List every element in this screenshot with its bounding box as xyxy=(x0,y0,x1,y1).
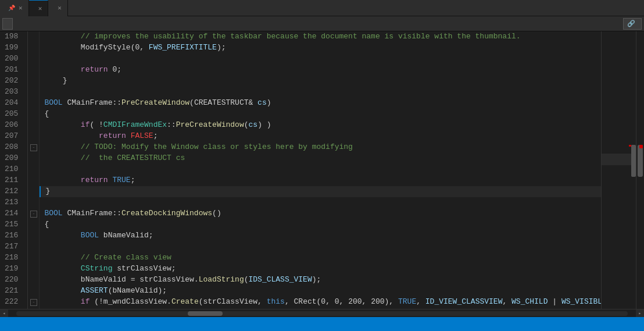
code-line: BOOL bNameValid; xyxy=(40,230,601,241)
code-line: // Create class view xyxy=(40,252,601,264)
gutter-cell xyxy=(28,120,39,131)
editor-container: 1981992002012022032042052062072082092102… xyxy=(0,31,644,317)
gutter-cell xyxy=(28,109,39,120)
tab-mainfrm-cpp[interactable]: 📌 ✕ xyxy=(0,0,29,16)
code-line: bNameValid = strClassView.LoadString(IDS… xyxy=(40,275,601,286)
tab-close[interactable]: ✕ xyxy=(19,4,23,12)
code-line xyxy=(40,87,601,98)
gutter-cell xyxy=(28,76,39,87)
gutter-cell xyxy=(28,286,39,297)
line-number: 213 xyxy=(5,197,23,208)
line-number: 205 xyxy=(5,109,23,120)
line-number: 218 xyxy=(5,252,23,264)
code-line: if( !CMDIFrameWndEx::PreCreateWindow(cs)… xyxy=(40,120,601,131)
code-line xyxy=(40,54,601,65)
gutter: --- xyxy=(28,31,40,317)
code-line: } xyxy=(40,186,601,197)
line-number: 202 xyxy=(5,76,23,87)
gutter-cell xyxy=(28,241,39,252)
h-scrollbar-track[interactable] xyxy=(16,311,628,316)
minimap xyxy=(601,31,636,317)
gutter-cell xyxy=(28,153,39,164)
code-line xyxy=(40,164,601,175)
gutter-cell: - xyxy=(28,142,39,153)
code-line: CString strClassView; xyxy=(40,264,601,275)
code-line xyxy=(40,241,601,252)
gutter-cell xyxy=(28,42,39,54)
line-number: 216 xyxy=(5,230,23,241)
h-scroll-left-btn[interactable]: ◂ xyxy=(0,309,8,318)
gutter-cell xyxy=(28,275,39,286)
vertical-scrollbar[interactable] xyxy=(636,31,644,317)
line-number: 209 xyxy=(5,153,23,164)
tab-mainfrm-h[interactable]: ✕ xyxy=(29,0,49,16)
code-line: ASSERT(bNameValid); xyxy=(40,286,601,297)
line-number: 222 xyxy=(5,297,23,308)
h-scrollbar-thumb[interactable] xyxy=(188,311,223,316)
line-number: 211 xyxy=(5,175,23,186)
code-line: ModifyStyle(0, FWS_PREFIXTITLE); xyxy=(40,42,601,54)
status-bar xyxy=(0,317,644,331)
gutter-cell xyxy=(28,131,39,142)
line-number: 212 xyxy=(5,186,23,197)
tab-close[interactable]: ✕ xyxy=(38,5,42,12)
code-line xyxy=(40,197,601,208)
line-number: 198 xyxy=(5,31,23,42)
code-line: return 0; xyxy=(40,65,601,76)
line-numbers: 1981992002012022032042052062072082092102… xyxy=(0,31,28,317)
gutter-cell xyxy=(28,264,39,275)
line-number: 207 xyxy=(5,131,23,142)
code-line: BOOL CMainFrame::PreCreateWindow(CREATES… xyxy=(40,98,601,109)
scrollbar-thumb[interactable] xyxy=(638,145,643,177)
tab-bar: 📌 ✕ ✕ ✕ xyxy=(0,0,644,16)
line-number: 220 xyxy=(5,275,23,286)
gutter-cell: - xyxy=(28,297,39,308)
code-line: // improves the usability of the taskbar… xyxy=(40,31,601,42)
line-number: 215 xyxy=(5,219,23,230)
code-content[interactable]: // improves the usability of the taskbar… xyxy=(40,31,601,317)
pin-icon: 📌 xyxy=(8,5,15,12)
red-marker xyxy=(639,145,643,148)
horizontal-scrollbar[interactable]: ◂ ▸ xyxy=(0,309,644,317)
line-number: 201 xyxy=(5,65,23,76)
code-line: // TODO: Modify the Window class or styl… xyxy=(40,142,601,153)
line-number: 219 xyxy=(5,264,23,275)
code-line: return FALSE; xyxy=(40,131,601,142)
line-number: 217 xyxy=(5,241,23,252)
h-scroll-right-btn[interactable]: ▸ xyxy=(636,309,644,318)
gutter-cell xyxy=(28,186,39,197)
minimap-thumb[interactable] xyxy=(631,145,636,177)
gutter-cell xyxy=(28,65,39,76)
gutter-cell xyxy=(28,219,39,230)
gutter-cell xyxy=(28,175,39,186)
nav-right: 🔗 xyxy=(623,18,642,30)
code-line: // the CREATESTRUCT cs xyxy=(40,153,601,164)
gutter-cell xyxy=(28,252,39,264)
tab-close[interactable]: ✕ xyxy=(58,4,62,12)
func-dropdown[interactable]: 🔗 xyxy=(623,18,642,30)
line-number: 210 xyxy=(5,164,23,175)
code-line: BOOL CMainFrame::CreateDockingWindows() xyxy=(40,208,601,219)
gutter-cell xyxy=(28,230,39,241)
code-line: if (!m_wndClassView.Create(strClassView,… xyxy=(40,297,601,308)
line-number: 221 xyxy=(5,286,23,297)
line-number: 203 xyxy=(5,87,23,98)
line-number: 199 xyxy=(5,42,23,54)
line-number: 204 xyxy=(5,98,23,109)
gutter-cell: - xyxy=(28,208,39,219)
code-line: { xyxy=(40,109,601,120)
gutter-cell xyxy=(28,98,39,109)
class-dropdown[interactable] xyxy=(2,18,13,30)
line-number: 214 xyxy=(5,208,23,219)
tab-fileview-cpp[interactable]: ✕ xyxy=(48,0,68,16)
collapse-icon[interactable]: - xyxy=(30,299,37,306)
collapse-icon[interactable]: - xyxy=(30,211,37,218)
collapse-icon[interactable]: - xyxy=(30,144,37,151)
gutter-cell xyxy=(28,197,39,208)
pin-nav-icon: 🔗 xyxy=(627,20,635,27)
gutter-cell xyxy=(28,87,39,98)
code-line: return TRUE; xyxy=(40,175,601,186)
gutter-cell xyxy=(28,54,39,65)
code-line: { xyxy=(40,219,601,230)
code-line: } xyxy=(40,76,601,87)
